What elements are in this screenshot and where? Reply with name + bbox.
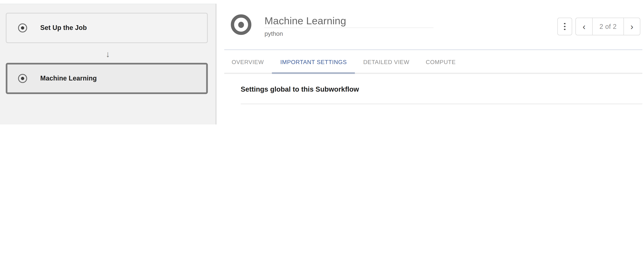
step-language-subtitle: python bbox=[264, 30, 283, 37]
step-label: Set Up the Job bbox=[40, 24, 87, 32]
sidebar-step-machine-learning[interactable]: Machine Learning bbox=[6, 63, 208, 94]
step-title[interactable]: Machine Learning bbox=[264, 15, 346, 27]
step-pagination: ‹ 2 of 2 › bbox=[575, 18, 640, 36]
bullseye-step-icon bbox=[231, 14, 252, 35]
tab-detailed-view[interactable]: DETAILED VIEW bbox=[355, 50, 418, 74]
workflow-editor-window: Set Up the Job ↓ Machine Learning Machin… bbox=[0, 0, 644, 124]
tab-important-settings[interactable]: IMPORTANT SETTINGS bbox=[272, 50, 355, 74]
tab-compute[interactable]: COMPUTE bbox=[418, 50, 464, 74]
chevron-right-icon[interactable]: › bbox=[624, 18, 640, 35]
kebab-menu-icon bbox=[564, 23, 566, 24]
title-edit-underline bbox=[264, 28, 433, 28]
kebab-menu-button[interactable] bbox=[557, 18, 572, 36]
down-arrow-icon: ↓ bbox=[0, 48, 216, 61]
workflow-steps-sidebar: Set Up the Job ↓ Machine Learning bbox=[0, 4, 216, 124]
section-divider bbox=[241, 104, 642, 104]
page-count-label: 2 of 2 bbox=[592, 18, 624, 35]
radio-target-icon bbox=[18, 23, 27, 32]
step-label: Machine Learning bbox=[40, 75, 97, 82]
tab-overview[interactable]: OVERVIEW bbox=[224, 50, 272, 74]
detail-tabs: OVERVIEW IMPORTANT SETTINGS DETAILED VIE… bbox=[216, 50, 644, 74]
sidebar-step-set-up-the-job[interactable]: Set Up the Job bbox=[6, 13, 208, 43]
radio-target-icon bbox=[18, 74, 27, 83]
global-settings-heading: Settings global to this Subworkflow bbox=[241, 86, 359, 94]
step-detail-pane: Machine Learning python ‹ 2 of 2 › OVERV… bbox=[216, 0, 644, 124]
chevron-left-icon[interactable]: ‹ bbox=[576, 18, 592, 35]
